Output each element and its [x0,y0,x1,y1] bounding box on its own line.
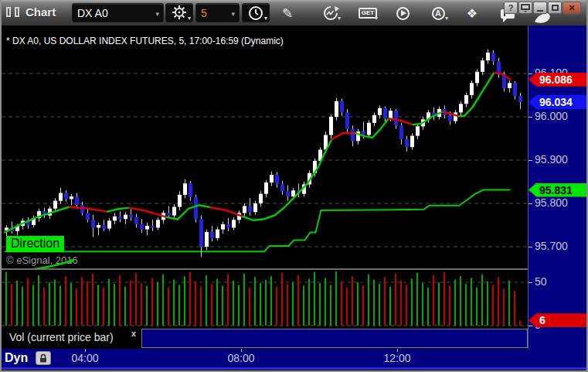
symbol-combo[interactable]: DX A0 ▾ [72,3,164,22]
clock-icon [248,5,263,21]
chevron-down-icon: ▾ [338,15,341,22]
tab-strip: Vol (current price bar) x [2,328,528,349]
price-axis-tick [529,203,532,204]
price-axis-tick [529,160,532,161]
time-axis[interactable]: Dyn 04:0008:0012:00 [2,349,586,370]
share-button[interactable]: ❖ [462,5,482,22]
replay-button[interactable] [392,5,413,22]
chevron-down-icon: ▾ [264,15,267,22]
refresh-chart-icon [322,5,339,22]
window-title: Chart [25,5,56,19]
maximize-button[interactable] [548,2,562,14]
chevron-down-icon: ▾ [155,10,159,18]
app-title-wrap: Chart [6,5,56,19]
price-axis-label: 96.000 [535,110,568,122]
close-button[interactable]: ✕ [563,2,581,14]
price-tag: 95.831 [529,183,586,197]
symbol-settings-button[interactable]: ▾ [165,3,193,22]
chevron-down-icon: ▾ [445,15,448,22]
draw-tool-button[interactable]: ✎ [277,5,298,22]
time-template-button[interactable]: ▾ [242,3,270,22]
chevron-down-icon: ▾ [231,10,235,18]
toolbar: Chart DX A0 ▾ ▾ 5 ▾ [0,0,588,26]
gear-icon [172,5,187,21]
chart-title: * DX A0, US DOLLAR INDEX FUTURES, 5, 17:… [6,36,284,46]
volume-pane[interactable] [2,270,528,327]
interval-combo[interactable]: 5 ▾ [195,3,240,22]
volume-tag: 6 [529,313,586,327]
pencil-icon: ✎ [282,5,293,22]
studies-button[interactable]: ▾ [319,5,342,22]
price-tag: 96.086 [529,73,586,87]
diamond-icon: ❖ [467,6,478,21]
chart-window-icon [15,7,19,17]
price-scale[interactable]: 96.10096.00095.90095.80095.70050096.0869… [528,26,586,370]
price-axis-label: 95.800 [535,196,568,209]
volume-axis-label: 50 [535,275,547,288]
volume-axis-tick [529,282,532,283]
direction-study-label[interactable]: Direction [6,236,64,252]
minimize-button[interactable] [533,2,547,14]
price-axis-tick [529,247,532,247]
price-axis-label: 95.900 [535,153,568,166]
volume-tab[interactable]: Vol (current price bar) [9,331,114,343]
close-icon: ✕ [568,3,575,13]
esignal-swoosh-icon [9,258,80,268]
symbol-combo-value: DX A0 [77,7,108,19]
price-axis-tick [529,117,532,118]
interval-combo-value: 5 [201,7,207,19]
volume-tab-close-icon[interactable]: x [131,329,136,338]
volume-axis-tick [529,326,532,326]
price-pane[interactable]: * DX A0, US DOLLAR INDEX FUTURES, 5, 17:… [2,26,528,268]
chevron-down-icon: ▾ [375,15,378,22]
alerts-button[interactable]: A ▾ [427,5,450,22]
chart-window-icon [6,7,11,17]
popout-button[interactable] [518,2,532,14]
price-chart-svg[interactable] [2,26,528,268]
play-icon [396,7,410,20]
help-button[interactable]: ? [504,2,518,14]
popout-window-icon [521,4,530,12]
price-tag: 96.034 [529,95,586,109]
time-axis-label: 08:00 [222,352,260,364]
volume-chart-svg[interactable] [2,270,528,327]
a-circle-icon: A [432,7,445,20]
maximize-icon [552,5,559,11]
chevron-down-icon: ▾ [188,15,191,22]
tab-strip-filler [141,329,528,348]
time-axis-label: 04:00 [66,352,104,364]
price-axis-tick [529,73,532,74]
time-axis-label: 12:00 [378,352,416,364]
get-data-button[interactable]: GET ▾ [356,5,379,22]
price-axis-label: 95.700 [535,240,568,252]
help-label: ? [508,3,514,12]
chart-window: Chart DX A0 ▾ ▾ 5 ▾ [0,0,588,372]
minimize-icon [537,10,543,12]
time-labels: 04:0008:0012:00 [2,349,586,367]
